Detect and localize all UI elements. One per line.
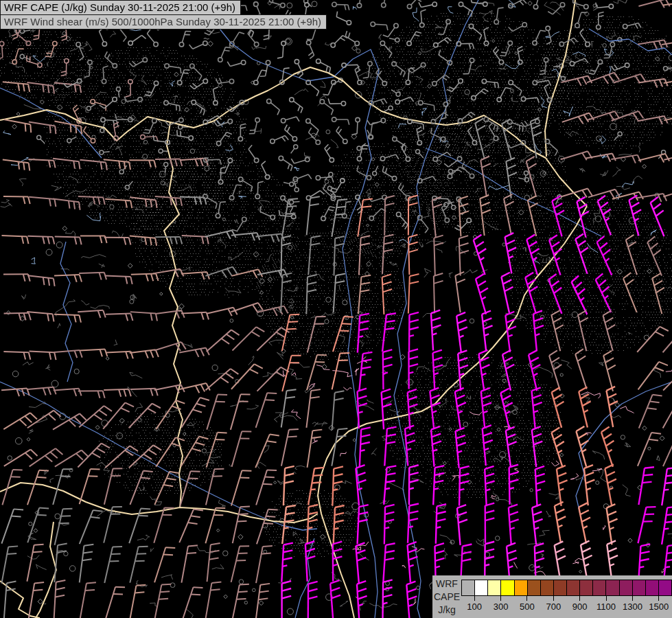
colorbar-cell (592, 580, 606, 596)
colorbar-tick-label: 100 (461, 602, 488, 612)
colorbar-tick (500, 596, 501, 601)
legend-label-column: WRF CAPE J/kg (432, 575, 461, 618)
title-wind-shear: WRF Wind shear (m/s) 500/1000hPa Sunday … (0, 14, 327, 30)
colorbar-tick (606, 596, 607, 601)
colorbar-tick-label: 900 (566, 602, 594, 612)
weather-map-stage: WRF CAPE (J/kg) Sunday 30-11-2025 21:00 … (0, 0, 672, 618)
colorbar-tick-label: 1300 (618, 602, 646, 612)
colorbar-cell (658, 580, 672, 596)
colorbar-tick (474, 596, 475, 601)
colorbar-cell (487, 580, 501, 596)
title-cape: WRF CAPE (J/kg) Sunday 30-11-2025 21:00 … (0, 0, 241, 15)
colorbar-tick-label: 500 (513, 602, 541, 612)
colorbar-tick (579, 596, 580, 601)
colorbar-tick (658, 596, 659, 601)
colorbar-cell (461, 580, 475, 596)
colorbar (461, 580, 672, 596)
legend-label-cape: CAPE (432, 591, 461, 604)
colorbar-tick-label: 300 (487, 602, 515, 612)
colorbar-cell (527, 580, 541, 596)
colorbar-cell (514, 580, 528, 596)
colorbar-cell (645, 580, 659, 596)
colorbar-cell (605, 580, 619, 596)
colorbar-tick-label: 700 (540, 602, 567, 612)
colorbar-cell (579, 580, 593, 596)
colorbar-cell (566, 580, 580, 596)
colorbar-wrap: 100300500700900110013001500 (461, 580, 672, 618)
colorbar-cell (474, 580, 488, 596)
colorbar-cell (553, 580, 567, 596)
map-title-overlay: WRF CAPE (J/kg) Sunday 30-11-2025 21:00 … (0, 0, 327, 30)
colorbar-cell (619, 580, 633, 596)
colorbar-tick (632, 596, 633, 601)
weather-map-canvas (0, 0, 672, 618)
colorbar-tick (526, 596, 527, 601)
colorbar-cell (632, 580, 646, 596)
colorbar-tick-label: 1100 (592, 602, 620, 612)
cape-legend: WRF CAPE J/kg 10030050070090011001300150… (432, 575, 672, 618)
colorbar-tick (553, 596, 554, 601)
colorbar-cell (500, 580, 514, 596)
colorbar-tick-label: 1500 (645, 602, 672, 612)
legend-label-unit: J/kg (432, 604, 461, 617)
colorbar-cell (540, 580, 554, 596)
legend-label-wrf: WRF (432, 577, 461, 591)
